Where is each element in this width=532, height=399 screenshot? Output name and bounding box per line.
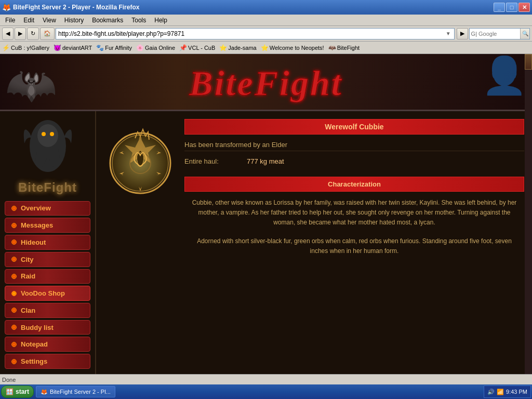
nav-dot xyxy=(11,325,17,330)
player-section: Werewolf Cubbie Has been transformed by … xyxy=(104,119,524,258)
browser-viewport: 🦇 BiteFight 👤 xyxy=(0,54,532,374)
menu-history[interactable]: History xyxy=(60,16,88,25)
nav-city-label: City xyxy=(21,256,34,263)
svg-text:BiteFight: BiteFight xyxy=(189,63,342,103)
reload-button[interactable]: ↻ xyxy=(27,28,39,40)
char-title: Characterization xyxy=(184,177,524,192)
bitefight-banner-svg: BiteFight xyxy=(110,56,422,108)
neopets-icon: ⭐ xyxy=(261,44,269,51)
menu-edit[interactable]: Edit xyxy=(19,16,38,25)
tray-icon-network: 📶 xyxy=(497,389,504,395)
bookmark-neopets[interactable]: ⭐ Welcome to Neopets! xyxy=(261,44,324,51)
taskbar-firefox[interactable]: 🦊 BiteFight Server 2 - Pl... xyxy=(36,386,115,397)
gaiaonline-icon: 🌸 xyxy=(136,44,144,51)
bookmark-deviantart-label: deviantART xyxy=(62,45,92,51)
menu-file[interactable]: File xyxy=(1,16,19,25)
nav-voodoo[interactable]: VooDoo Shop xyxy=(5,286,90,301)
go-button[interactable]: ▶ xyxy=(457,28,468,39)
bitefight-icon: 🦇 xyxy=(328,44,336,51)
window-title: BiteFight Server 2 - Player - Mozilla Fi… xyxy=(13,4,494,11)
address-dropdown[interactable]: ▼ xyxy=(445,31,452,36)
bookmark-jade[interactable]: ⭐ Jade-sama xyxy=(219,44,256,51)
home-button[interactable]: 🏠 xyxy=(40,28,55,40)
nav-buddylist[interactable]: Buddy list xyxy=(5,320,90,335)
status-text: Done xyxy=(2,377,16,383)
svg-point-4 xyxy=(50,132,54,136)
taskbar-firefox-label: BiteFight Server 2 - Pl... xyxy=(50,389,111,395)
menu-bookmarks[interactable]: Bookmarks xyxy=(88,16,127,25)
taskbar-firefox-icon: 🦊 xyxy=(41,389,48,395)
start-label: start xyxy=(16,388,29,395)
nav-settings-label: Settings xyxy=(21,357,47,365)
bookmark-gaiaonline-label: Gaia Online xyxy=(145,45,175,51)
jade-icon: ⭐ xyxy=(219,44,227,51)
nav-dot xyxy=(11,308,17,313)
player-info: Werewolf Cubbie Has been transformed by … xyxy=(184,119,524,258)
nav-raid[interactable]: Raid xyxy=(5,269,90,284)
search-engine-icon: G| xyxy=(470,31,478,37)
search-button[interactable]: 🔍 xyxy=(520,29,529,39)
nav-hideout[interactable]: Hideout xyxy=(5,235,90,250)
transformed-by: Has been transformed by an Elder xyxy=(184,139,524,151)
nav-clan-label: Clan xyxy=(21,307,35,314)
nav-clan[interactable]: Clan xyxy=(5,303,90,318)
taskbar-tray: 🔊 📶 9:43 PM xyxy=(484,385,531,398)
bookmark-neopets-label: Welcome to Neopets! xyxy=(270,45,324,51)
furaffinity-icon: 🐾 xyxy=(96,44,104,51)
start-icon: 🪟 xyxy=(6,388,14,395)
svg-point-3 xyxy=(42,132,46,136)
back-button[interactable]: ◀ xyxy=(2,28,14,40)
bookmark-furaffinity-label: Fur Affinity xyxy=(105,45,132,51)
sidebar-gargoyle xyxy=(11,116,84,176)
menu-tools[interactable]: Tools xyxy=(127,16,150,25)
characterization-section: Characterization Cubbie, other wise know… xyxy=(184,177,524,258)
nav-buddylist-label: Buddy list xyxy=(21,324,54,331)
nav-messages[interactable]: Messages xyxy=(5,218,90,233)
bookmarks-bar: ⚡ CuB : y!Gallery 😈 deviantART 🐾 Fur Aff… xyxy=(0,42,532,54)
bookmark-gaiaonline[interactable]: 🌸 Gaia Online xyxy=(136,44,175,51)
nav-settings[interactable]: Settings xyxy=(5,354,90,369)
game-header: 🦇 BiteFight 👤 xyxy=(0,54,532,111)
menu-view[interactable]: View xyxy=(38,16,60,25)
bookmark-vcl[interactable]: 📌 VCL - CuB xyxy=(179,44,215,51)
sidebar: BiteFight Overview Messages Hideout City xyxy=(0,111,96,374)
maximize-button[interactable]: □ xyxy=(506,3,517,12)
gargoyle-svg xyxy=(17,117,79,175)
nav-dot xyxy=(11,206,17,211)
menu-bar: File Edit View History Bookmarks Tools H… xyxy=(0,15,532,26)
nav-overview-label: Overview xyxy=(21,204,51,212)
emblem-svg xyxy=(107,122,174,200)
bookmark-furaffinity[interactable]: 🐾 Fur Affinity xyxy=(96,44,132,51)
svg-point-2 xyxy=(37,124,58,147)
nav-city[interactable]: City xyxy=(5,252,90,267)
status-bar: Done xyxy=(0,374,532,384)
address-bar[interactable]: http://s2.bite-fight.us/bite/player.php?… xyxy=(56,28,455,39)
window-controls: _ □ ✕ xyxy=(494,3,530,12)
nav-dot xyxy=(11,223,17,228)
bookmark-deviantart[interactable]: 😈 deviantART xyxy=(54,44,92,51)
start-button[interactable]: 🪟 start xyxy=(1,385,34,398)
game-body: BiteFight Overview Messages Hideout City xyxy=(0,111,532,374)
player-emblem xyxy=(104,119,177,202)
haul-value: 777 kg meat xyxy=(247,157,284,165)
bookmark-bitefight-label: BiteFight xyxy=(337,45,360,51)
search-input[interactable] xyxy=(478,31,520,37)
gargoyle-creature: 🦇 xyxy=(5,61,57,110)
close-button[interactable]: ✕ xyxy=(518,3,530,12)
menu-help[interactable]: Help xyxy=(150,16,171,25)
player-name-bar: Werewolf Cubbie xyxy=(184,119,524,135)
main-content: Werewolf Cubbie Has been transformed by … xyxy=(96,111,532,374)
nav-notepad[interactable]: Notepad xyxy=(5,337,90,352)
nav-dot xyxy=(11,257,17,262)
bookmark-ygallery[interactable]: ⚡ CuB : y!Gallery xyxy=(2,44,49,51)
nav-dot xyxy=(11,274,17,279)
nav-overview[interactable]: Overview xyxy=(5,201,90,216)
sidebar-logo: BiteFight xyxy=(18,180,77,195)
forward-button[interactable]: ▶ xyxy=(15,28,26,40)
minimize-button[interactable]: _ xyxy=(494,3,505,12)
search-container: G| 🔍 xyxy=(469,28,530,39)
tray-icon-sound: 🔊 xyxy=(487,389,495,395)
bookmark-bitefight[interactable]: 🦇 BiteFight xyxy=(328,44,360,51)
scrollbar-track[interactable] xyxy=(525,54,532,374)
char-text-1: Cubbie, other wise known as Lorissa by h… xyxy=(184,196,524,230)
